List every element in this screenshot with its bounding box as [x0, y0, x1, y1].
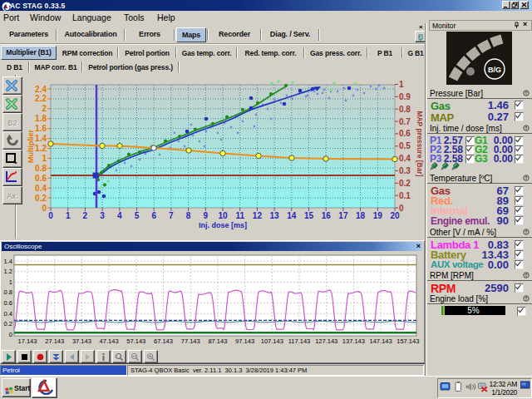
svg-text:127.143: 127.143 — [315, 337, 337, 345]
svg-text:0.1: 0.1 — [399, 191, 411, 200]
svg-text:0: 0 — [48, 211, 53, 220]
svg-text:15: 15 — [304, 211, 314, 220]
svg-text:0.5: 0.5 — [399, 141, 411, 150]
svg-text:47.143: 47.143 — [100, 337, 119, 345]
svg-text:1.2: 1.2 — [4, 268, 12, 275]
svg-text:0.6: 0.6 — [35, 174, 47, 183]
svg-text:2.2: 2.2 — [35, 94, 47, 103]
svg-text:0: 0 — [42, 204, 47, 213]
svg-text:7: 7 — [169, 211, 174, 220]
svg-text:2.4: 2.4 — [35, 85, 47, 94]
svg-text:9: 9 — [204, 211, 209, 220]
svg-text:137.143: 137.143 — [342, 337, 365, 345]
svg-text:17.143: 17.143 — [18, 337, 37, 345]
svg-text:0.4: 0.4 — [35, 184, 47, 193]
svg-text:0.9: 0.9 — [399, 92, 411, 101]
svg-text:2: 2 — [83, 211, 88, 220]
svg-text:8: 8 — [186, 211, 191, 220]
svg-text:0.6: 0.6 — [4, 299, 12, 307]
svg-text:19: 19 — [373, 211, 383, 220]
svg-text:20: 20 — [390, 211, 400, 220]
svg-text:157.143: 157.143 — [397, 337, 419, 345]
svg-text:57.143: 57.143 — [126, 337, 145, 345]
svg-text:0.4: 0.4 — [399, 154, 411, 163]
svg-text:14: 14 — [287, 211, 297, 220]
svg-text:27.143: 27.143 — [45, 337, 64, 345]
svg-text:37.143: 37.143 — [72, 337, 91, 345]
svg-text:18: 18 — [356, 211, 366, 220]
svg-text:147.143: 147.143 — [370, 337, 392, 345]
svg-text:67.143: 67.143 — [154, 337, 173, 345]
svg-text:6: 6 — [151, 211, 156, 220]
svg-text:2: 2 — [42, 104, 47, 113]
svg-text:B/G: B/G — [488, 66, 501, 74]
svg-text:1.8: 1.8 — [35, 114, 47, 123]
svg-text:1: 1 — [9, 278, 12, 286]
svg-text:0.4: 0.4 — [4, 310, 12, 318]
svg-text:1: 1 — [42, 154, 47, 163]
svg-text:1: 1 — [399, 80, 404, 89]
svg-text:0.2: 0.2 — [35, 194, 47, 203]
svg-text:1.4: 1.4 — [4, 258, 12, 265]
svg-text:0.6: 0.6 — [399, 129, 411, 138]
svg-text:0.8: 0.8 — [399, 105, 411, 114]
svg-text:87.143: 87.143 — [208, 337, 227, 345]
svg-text:16: 16 — [322, 211, 332, 220]
svg-text:MAP pressure [Bar]: MAP pressure [Bar] — [416, 111, 424, 176]
svg-text:0.7: 0.7 — [399, 117, 411, 126]
svg-text:1.4: 1.4 — [35, 134, 47, 143]
svg-text:0.8: 0.8 — [4, 288, 12, 296]
svg-text:107.143: 107.143 — [261, 337, 283, 345]
svg-text:17: 17 — [338, 211, 348, 220]
svg-text:13: 13 — [270, 211, 280, 220]
svg-text:77.143: 77.143 — [181, 337, 200, 345]
svg-text:3: 3 — [100, 211, 105, 220]
svg-text:0.3: 0.3 — [399, 166, 411, 175]
svg-text:Inj. dose [ms]: Inj. dose [ms] — [199, 221, 247, 229]
svg-text:117.143: 117.143 — [288, 337, 311, 345]
svg-text:12: 12 — [253, 211, 263, 220]
svg-text:1.6: 1.6 — [35, 124, 47, 133]
svg-text:0.8: 0.8 — [35, 164, 47, 173]
svg-text:97.143: 97.143 — [235, 337, 254, 345]
svg-text:0: 0 — [9, 331, 12, 338]
svg-text:Multiplier: Multiplier — [27, 130, 35, 163]
svg-text:4: 4 — [117, 211, 122, 220]
svg-text:5: 5 — [135, 211, 140, 220]
svg-text:10: 10 — [218, 211, 228, 220]
svg-text:0.2: 0.2 — [4, 320, 12, 328]
svg-text:1.2: 1.2 — [35, 144, 47, 153]
svg-text:0.2: 0.2 — [399, 179, 411, 188]
svg-text:0: 0 — [399, 204, 404, 213]
svg-text:1: 1 — [66, 211, 71, 220]
svg-text:11: 11 — [235, 211, 244, 220]
